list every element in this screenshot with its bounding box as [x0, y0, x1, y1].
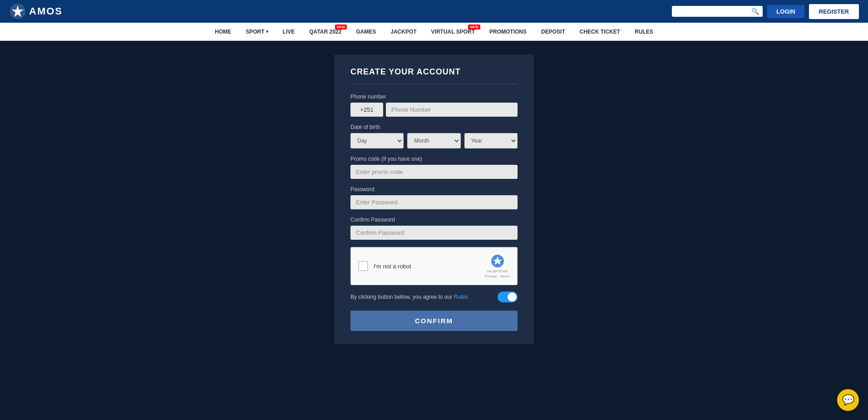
sport-chevron-icon: ▾ [266, 29, 268, 34]
search-input[interactable] [676, 8, 751, 15]
recaptcha-checkbox[interactable] [358, 261, 368, 271]
dob-day-select[interactable]: Day [350, 133, 404, 148]
toggle-knob [508, 292, 517, 301]
main-content: CREATE YOUR ACCOUNT Phone number Date of… [0, 41, 868, 420]
nav-item-qatar[interactable]: QATAR 2022 NEW [302, 23, 349, 41]
phone-label: Phone number [350, 94, 518, 100]
nav-item-promotions[interactable]: PROMOTIONS [482, 23, 534, 41]
qatar-new-badge: NEW [335, 25, 347, 30]
recaptcha-text: I'm not a robot [374, 263, 411, 270]
nav-bar: HOME SPORT ▾ LIVE QATAR 2022 NEW GAMES J… [0, 23, 868, 41]
nav-item-jackpot[interactable]: JACKPOT [383, 23, 424, 41]
promo-input[interactable] [350, 165, 518, 179]
logo-icon [9, 3, 26, 20]
dob-row: Day Month Year [350, 133, 518, 148]
logo: AMOS [9, 3, 63, 20]
dob-year-select[interactable]: Year [464, 133, 518, 148]
chat-bubble[interactable]: 💬 [837, 389, 859, 411]
terms-link[interactable]: Rules [454, 294, 468, 300]
header: AMOS 🔍 LOGIN REGISTER [0, 0, 868, 23]
terms-text: By clicking button bellow, you agree to … [350, 294, 468, 300]
dob-label: Date of birth [350, 124, 518, 130]
dob-month-select[interactable]: Month [407, 133, 460, 148]
nav-virtual-label: VIRTUAL SPORT [431, 29, 475, 35]
confirm-password-label: Confirm Password [350, 217, 518, 223]
terms-row: By clicking button bellow, you agree to … [350, 292, 518, 302]
recaptcha-logo: reCAPTCHA Privacy - Terms [485, 254, 510, 278]
nav-item-live[interactable]: LIVE [276, 23, 302, 41]
form-title: CREATE YOUR ACCOUNT [350, 67, 518, 77]
registration-form-card: CREATE YOUR ACCOUNT Phone number Date of… [334, 54, 534, 344]
nav-item-check-ticket[interactable]: CHECK TICKET [572, 23, 627, 41]
phone-row [350, 103, 518, 117]
nav-item-games[interactable]: GAMES [349, 23, 383, 41]
register-button[interactable]: REGISTER [809, 4, 859, 19]
confirm-password-input[interactable] [350, 226, 518, 240]
header-right: 🔍 LOGIN REGISTER [672, 4, 859, 19]
promo-group: Promo code (If you have one) [350, 156, 518, 179]
nav-item-rules[interactable]: RULES [627, 23, 661, 41]
form-divider [350, 84, 518, 84]
nav-qatar-label: QATAR 2022 [309, 29, 341, 35]
password-group: Password [350, 186, 518, 209]
terms-toggle[interactable] [498, 292, 518, 302]
password-input[interactable] [350, 195, 518, 209]
login-button[interactable]: LOGIN [767, 5, 804, 18]
recaptcha-brand: reCAPTCHA [487, 269, 508, 273]
recaptcha-privacy: Privacy - Terms [485, 274, 510, 278]
chat-icon: 💬 [842, 394, 854, 406]
promo-label: Promo code (If you have one) [350, 156, 518, 162]
phone-prefix[interactable] [350, 103, 383, 117]
recaptcha-logo-icon [490, 254, 505, 268]
nav-item-home[interactable]: HOME [207, 23, 238, 41]
nav-item-virtual-sport[interactable]: VIRTUAL SPORT NEW [424, 23, 482, 41]
phone-input[interactable] [386, 103, 518, 117]
confirm-password-group: Confirm Password [350, 217, 518, 240]
logo-text: AMOS [29, 5, 63, 17]
recaptcha-left: I'm not a robot [358, 261, 411, 271]
search-icon: 🔍 [751, 8, 759, 15]
search-box[interactable]: 🔍 [672, 6, 763, 17]
phone-group: Phone number [350, 94, 518, 117]
recaptcha-box[interactable]: I'm not a robot reCAPTCHA Privacy - Term… [350, 247, 518, 285]
dob-group: Date of birth Day Month Year [350, 124, 518, 148]
password-label: Password [350, 186, 518, 193]
virtual-new-badge: NEW [468, 25, 480, 30]
nav-item-deposit[interactable]: DEPOSIT [534, 23, 572, 41]
nav-item-sport[interactable]: SPORT ▾ [238, 23, 275, 41]
confirm-button[interactable]: CONFIRM [350, 311, 518, 331]
